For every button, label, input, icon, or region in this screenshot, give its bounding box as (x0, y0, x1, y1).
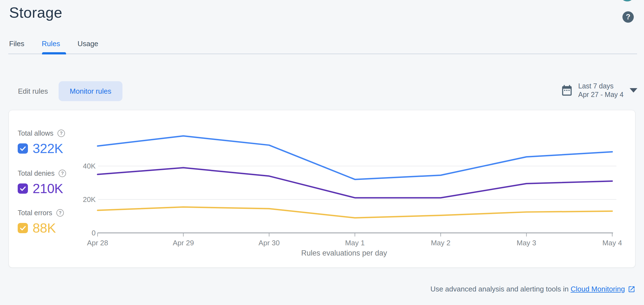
legend-label: Total allows (18, 129, 53, 137)
help-icon[interactable]: ? (57, 130, 65, 137)
active-tab-indicator (42, 52, 66, 54)
svg-text:May 2: May 2 (431, 239, 451, 247)
svg-text:May 4: May 4 (603, 239, 622, 247)
external-link-icon[interactable] (628, 285, 635, 293)
legend-total-denies: Total denies ? 210K (18, 169, 66, 196)
cloud-monitoring-link[interactable]: Cloud Monitoring (570, 285, 625, 293)
legend-label: Total denies (18, 169, 54, 177)
svg-text:Apr 30: Apr 30 (258, 239, 280, 247)
date-range-label: Last 7 days (578, 82, 624, 90)
legend-total-allows: Total allows ? 322K (18, 129, 65, 156)
page-title: Storage (9, 4, 62, 21)
help-icon[interactable]: ? (59, 170, 66, 177)
date-range-dates: Apr 27 - May 4 (578, 90, 624, 99)
checkmark-icon (19, 224, 27, 232)
help-glyph: ? (59, 211, 62, 215)
svg-text:May 3: May 3 (517, 239, 536, 247)
svg-text:40K: 40K (83, 162, 96, 170)
series-total-value: 88K (33, 220, 56, 236)
date-range-text: Last 7 days Apr 27 - May 4 (578, 82, 624, 99)
svg-text:May 1: May 1 (345, 239, 365, 247)
checkmark-icon (19, 144, 27, 152)
date-range-selector[interactable]: Last 7 days Apr 27 - May 4 (561, 82, 637, 99)
tab-files[interactable]: Files (9, 40, 24, 48)
help-glyph: ? (61, 171, 64, 176)
svg-text:Apr 28: Apr 28 (87, 239, 108, 247)
tab-divider (8, 54, 637, 54)
footer-note: Use advanced analysis and alerting tools… (430, 285, 635, 293)
rules-evaluations-chart: 020K40KApr 28Apr 29Apr 30May 1May 2May 3… (83, 119, 625, 249)
svg-text:0: 0 (92, 229, 96, 237)
help-icon[interactable]: ? (622, 11, 634, 23)
calendar-icon (561, 84, 573, 97)
footer-text: Use advanced analysis and alerting tools… (430, 285, 570, 293)
edit-rules-button[interactable]: Edit rules (18, 87, 48, 96)
svg-text:20K: 20K (83, 195, 96, 204)
series-checkbox[interactable] (18, 143, 28, 154)
help-icon[interactable]: ? (56, 209, 64, 217)
tab-usage[interactable]: Usage (77, 40, 98, 48)
series-checkbox[interactable] (18, 223, 28, 233)
storage-monitor-page: ? Storage Files Rules Usage Edit rules M… (0, 0, 644, 305)
tab-rules[interactable]: Rules (42, 40, 60, 48)
series-total-value: 322K (33, 141, 63, 156)
monitor-rules-label: Monitor rules (70, 87, 111, 96)
svg-text:Apr 29: Apr 29 (173, 239, 194, 247)
legend-label: Total errors (18, 209, 52, 217)
chevron-down-icon (630, 88, 637, 93)
monitor-rules-button[interactable]: Monitor rules (59, 81, 122, 101)
series-checkbox[interactable] (18, 183, 28, 194)
series-total-value: 210K (33, 181, 63, 196)
help-glyph: ? (626, 13, 630, 21)
tab-bar: Files Rules Usage (9, 40, 98, 48)
chart-title: Rules evaluations per day (83, 249, 605, 257)
legend-total-errors: Total errors ? 88K (18, 209, 64, 236)
checkmark-icon (19, 185, 27, 193)
help-glyph: ? (60, 131, 63, 136)
user-avatar[interactable] (620, 0, 635, 1)
